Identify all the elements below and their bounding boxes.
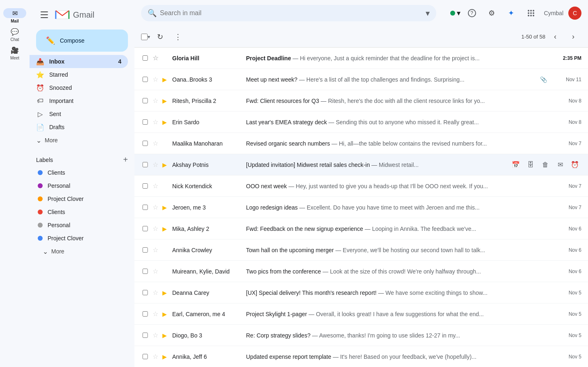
row-checkbox[interactable] [141, 77, 149, 82]
email-row[interactable]: ☆ ▶ Maalika Manoharan Revised organic se… [134, 133, 588, 154]
star-icon[interactable]: ☆ [153, 353, 161, 360]
sender-name: Annika Crowley [172, 247, 246, 253]
row-checkbox[interactable] [141, 55, 149, 61]
email-row[interactable]: ☆ ▶ Annika, Jeff 6 Updated expense repor… [134, 346, 588, 367]
mark-as-read-button[interactable]: ✉ [554, 158, 567, 171]
star-icon[interactable]: ☆ [153, 75, 161, 83]
sender-name: Maalika Manoharan [172, 140, 246, 147]
labels-header: Labels + [36, 153, 128, 166]
labels-more-button[interactable]: ⌄ More [36, 245, 121, 258]
row-checkbox[interactable] [141, 226, 149, 231]
important-icon: ▶ [162, 140, 169, 147]
search-input[interactable] [160, 9, 422, 17]
star-icon[interactable]: ☆ [153, 118, 161, 126]
delete-button[interactable]: 🗑 [539, 158, 552, 171]
add-to-calendar-button[interactable]: 📅 [509, 158, 522, 171]
email-row[interactable]: ☆ ▶ Oana..Brooks 3 Meet up next week? — … [134, 69, 588, 90]
star-icon[interactable]: ☆ [153, 331, 161, 339]
star-icon[interactable]: ☆ [153, 289, 161, 296]
meet-nav-icon[interactable]: 🎥 Meet [0, 43, 30, 62]
sidebar-item-drafts[interactable]: 📄 Drafts [30, 121, 128, 134]
row-checkbox[interactable] [141, 183, 149, 189]
label-project-clover-1[interactable]: Project Clover [36, 192, 126, 205]
email-row[interactable]: ☆ ▶ Diogo, Bo 3 Re: Corp strategy slides… [134, 325, 588, 346]
star-icon[interactable]: ☆ [153, 139, 161, 147]
row-checkbox[interactable] [141, 290, 149, 295]
label-clients-1[interactable]: Clients [36, 166, 126, 179]
star-icon[interactable]: ☆ [153, 97, 161, 105]
archive-button[interactable]: 🗄 [524, 158, 537, 171]
sender-name: Diogo, Bo 3 [172, 332, 246, 339]
subject-preview: Fwd: Feedback on the new signup experien… [246, 226, 549, 232]
star-icon[interactable]: ☆ [153, 267, 161, 275]
email-row[interactable]: ☆ ▶ Nick Kortendick OOO next week — Hey,… [134, 176, 588, 197]
email-row[interactable]: ☆ ▶ Akshay Potnis [Updated invitation] M… [134, 154, 588, 176]
select-dropdown-chevron[interactable]: ▾ [148, 34, 150, 40]
email-row[interactable]: ☆ ► Gloria Hill Project Deadline — Hi ev… [134, 48, 588, 69]
row-checkbox[interactable] [141, 119, 149, 125]
email-row[interactable]: ☆ ▶ Ritesh, Priscilla 2 Fwd: Client reso… [134, 90, 588, 112]
sidebar-item-starred[interactable]: ⭐ Starred [30, 68, 128, 81]
email-row[interactable]: ☆ ▶ Mika, Ashley 2 Fwd: Feedback on the … [134, 218, 588, 239]
label-personal-2[interactable]: Personal [36, 219, 126, 232]
gemini-button[interactable]: ✦ [503, 5, 520, 21]
snooze-button[interactable]: ⏰ [568, 158, 581, 171]
row-checkbox[interactable] [141, 354, 149, 359]
email-date: Nov 7 [549, 183, 581, 189]
status-indicator[interactable]: ▾ [450, 9, 460, 18]
add-label-button[interactable]: + [123, 155, 128, 164]
star-icon[interactable]: ☆ [153, 310, 161, 318]
important-label: Important [49, 98, 73, 104]
search-bar[interactable]: 🔍 ▾ [141, 5, 436, 21]
star-icon[interactable]: ☆ [153, 246, 161, 254]
label-color-dot [38, 223, 43, 228]
more-options-button[interactable]: ⋮ [170, 29, 186, 45]
chat-nav-icon[interactable]: 💬 Chat [0, 25, 30, 43]
star-icon[interactable]: ☆ [153, 225, 161, 233]
row-checkbox[interactable] [141, 205, 149, 210]
sidebar-item-important[interactable]: 🏷 Important [30, 94, 128, 107]
important-icon: ▶ [162, 247, 169, 253]
email-row[interactable]: ☆ ▶ Annika Crowley Town hall on the upco… [134, 239, 588, 261]
select-all-checkbox-group[interactable]: ▾ [141, 34, 150, 40]
row-checkbox[interactable] [141, 98, 149, 103]
row-checkbox[interactable] [141, 141, 149, 146]
star-icon[interactable]: ☆ [153, 203, 161, 211]
row-checkbox[interactable] [141, 162, 149, 167]
help-button[interactable]: ? [464, 5, 480, 21]
account-avatar[interactable]: C [568, 7, 581, 20]
email-row[interactable]: ☆ ▶ Jeroen, me 3 Logo redesign ideas — E… [134, 197, 588, 218]
star-icon[interactable]: ☆ [153, 182, 161, 190]
row-checkbox[interactable] [141, 311, 149, 317]
refresh-button[interactable]: ↻ [152, 29, 168, 45]
email-preview: — Overall, it looks great! I have a few … [309, 311, 484, 317]
email-row[interactable]: ☆ ▶ Muireann, Kylie, David Two pics from… [134, 261, 588, 282]
row-checkbox[interactable] [141, 247, 149, 253]
sidebar-more-button[interactable]: ⌄ More [30, 134, 128, 147]
row-checkbox[interactable] [141, 269, 149, 274]
next-page-button[interactable]: › [565, 29, 581, 45]
hamburger-menu[interactable] [36, 7, 52, 23]
chevron-left-icon: ‹ [554, 32, 556, 41]
select-all-checkbox[interactable] [141, 34, 148, 40]
prev-page-button[interactable]: ‹ [547, 29, 563, 45]
compose-button[interactable]: ✏️ Compose [36, 30, 128, 52]
search-dropdown-icon[interactable]: ▾ [426, 8, 430, 18]
row-checkbox[interactable] [141, 333, 149, 338]
star-icon[interactable]: ☆ [153, 161, 161, 169]
label-project-clover-2[interactable]: Project Clover [36, 232, 126, 245]
apps-button[interactable] [523, 5, 539, 21]
label-clients-2[interactable]: Clients [36, 205, 126, 219]
settings-button[interactable]: ⚙ [483, 5, 500, 21]
important-icon: ▶ [162, 332, 169, 339]
sidebar-item-snoozed[interactable]: ⏰ Snoozed [30, 81, 128, 94]
email-row[interactable]: ☆ ▶ Deanna Carey [UX] Special delivery! … [134, 282, 588, 303]
sidebar-item-inbox[interactable]: 📥 Inbox 4 [30, 55, 128, 68]
email-row[interactable]: ☆ ▶ Erin Sardo Last year's EMEA strategy… [134, 112, 588, 133]
mail-nav-icon[interactable]: ✉ Mail [0, 7, 30, 25]
sidebar-item-sent[interactable]: ▷ Sent [30, 107, 128, 121]
email-row[interactable]: ☆ ▶ Earl, Cameron, me 4 Project Skylight… [134, 303, 588, 325]
star-icon[interactable]: ☆ [153, 54, 161, 62]
label-personal-1[interactable]: Personal [36, 179, 126, 192]
email-subject: Last year's EMEA strategy deck [246, 119, 327, 125]
